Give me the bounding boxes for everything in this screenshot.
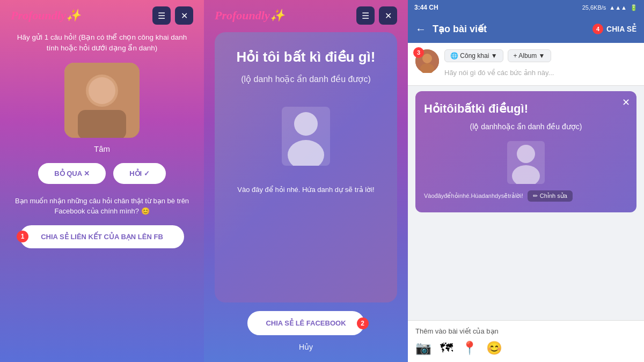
panel-2: Profoundly✨ ☰ ✕ Hỏi tôi bất kì điều gì! … [204,0,408,362]
share-badge-1: 1 [17,231,28,242]
edit-icon: ✏ [533,193,538,200]
fb-overlay-subtitle: (lộ danhhoặc ẩn danh đều được) [424,121,628,132]
svg-point-6 [294,112,318,136]
fb-user-avatar: 3 [415,49,439,73]
status-time: 3:44 CH [414,4,438,11]
skip-button[interactable]: BỎ QUA ✕ [38,163,106,184]
share-fb-button-panel1[interactable]: 1 CHIA SẺ LIÊN KẾT CỦA BẠN LÊN FB [20,225,184,248]
panel2-card: Hỏi tôi bất kì điều gì! (lộ danh hoặc ẩn… [215,32,397,302]
panel2-logo: Profoundly✨ [215,9,284,23]
fb-audience-public-btn[interactable]: 🌐 Công khai ▼ [444,49,503,62]
share-label-panel2: CHIA SẺ LÊ FACEBOOK [266,319,346,327]
fb-overlay-footer-text: Vàođâyđểhỏinhé.Húadanhdysẽtrảlời! [424,193,523,200]
status-right: 25,6KB/s ▲▲▲ 🔋 [582,4,638,11]
panel2-close-button[interactable]: ✕ [379,6,397,25]
fb-back-button[interactable]: ← [415,23,426,35]
logo-text: Profoundly [11,9,66,22]
fb-post-icons-row: 📷 🗺 📍 😊 [415,341,636,356]
fb-person-icon-container [424,141,628,184]
user-avatar [64,63,140,138]
share-fb-button-panel2[interactable]: CHIA SẺ LÊ FACEBOOK 2 [247,311,364,335]
panel2-big-title: Hỏi tôi bất kì điều gì! [237,48,376,67]
fb-emoji-icon[interactable]: 😊 [486,341,502,356]
fb-post-area: 3 🌐 Công khai ▼ + Album ▼ Hãy nói gì đó … [408,43,644,86]
fb-share-button[interactable]: 4 CHIA SẺ [592,24,636,34]
battery-icon: 🔋 [630,4,638,11]
share-label-panel1: CHIA SẺ LIÊN KẾT CỦA BẠN LÊN FB [41,233,163,241]
fb-edit-label: Chỉnh sửa [540,193,567,200]
svg-point-12 [517,145,535,163]
panel-3-facebook: 3:44 CH 25,6KB/s ▲▲▲ 🔋 ← Tạo bài viết 4 … [408,0,644,362]
panel2-header: Profoundly✨ ☰ ✕ [215,6,397,25]
audience-badge-3: 3 [413,47,424,58]
share-badge-2: 2 [357,317,369,329]
close-button[interactable]: ✕ [175,6,193,25]
menu-button[interactable]: ☰ [152,6,171,25]
fb-audience-row: 🌐 Công khai ▼ + Album ▼ [444,49,636,62]
fb-silhouette-icon [507,141,545,184]
action-buttons-row: BỎ QUA ✕ HỎI ✓ [38,163,166,184]
panel1-header: Profoundly✨ ☰ ✕ [11,6,193,25]
fb-status-bar: 3:44 CH 25,6KB/s ▲▲▲ 🔋 [408,0,644,15]
fb-add-to-post: Thêm vào bài viết của bạn 📷 🗺 📍 😊 [408,320,644,362]
fb-post-placeholder[interactable]: Hãy nói gì đó về các bức ảnh này... [444,67,636,79]
panel2-header-icons: ☰ ✕ [356,6,397,25]
status-signal: 25,6KB/s [582,4,606,11]
wifi-icon: ▲▲▲ [609,4,627,11]
panel2-subtitle: (lộ danh hoặc ẩn danh đều được) [241,73,370,86]
ask-button[interactable]: HỎI ✓ [113,163,166,184]
cancel-button[interactable]: Hủy [299,343,313,351]
panel1-logo: Profoundly✨ [11,9,80,23]
panel2-footer-text: Vào đây để hỏi nhé. Hứa danh dự sẽ trả l… [237,184,374,195]
fb-add-label: Thêm vào bài viết của bạn [415,327,636,335]
fb-overlay-card: ✕ Hỏitôibấtkì điềugì! (lộ danhhoặc ẩn da… [415,91,636,212]
user-name-label: Tâm [94,144,110,153]
fb-camera-icon[interactable]: 📷 [415,341,431,356]
panel-1: Profoundly✨ ☰ ✕ Hãy gửi 1 câu hỏi! (Bạn … [0,0,204,362]
panel2-menu-button[interactable]: ☰ [356,6,375,25]
fb-share-label: CHIA SẺ [606,25,636,33]
svg-rect-3 [78,110,126,138]
fb-overlay-footer: Vàođâyđểhỏinhé.Húadanhdysẽtrảlời! ✏ Chỉn… [424,190,628,202]
panel2-logo-text: Profoundly [215,9,270,22]
person-silhouette-icon [282,107,330,166]
fb-toolbar: ← Tạo bài viết 4 CHIA SẺ [408,15,644,43]
panel2-logo-sparkle: ✨ [270,9,284,22]
fb-share-badge: 4 [592,24,603,34]
fb-edit-button[interactable]: ✏ Chỉnh sửa [528,190,573,202]
panel1-header-icons: ☰ ✕ [152,6,193,25]
logo-sparkle: ✨ [66,9,80,22]
svg-point-9 [422,54,432,63]
fb-page-title: Tạo bài viết [433,23,586,35]
fb-overlay-close-button[interactable]: ✕ [622,97,630,108]
panel2-avatar [274,99,338,174]
avatar-image [64,63,140,138]
fb-overlay-title: Hỏitôibấtkì điềugì! [424,102,628,116]
fb-map-icon[interactable]: 🗺 [440,341,453,356]
fb-album-btn[interactable]: + Album ▼ [508,49,551,62]
panel1-intro-text: Hãy gửi 1 câu hỏi! (Bạn có thể chọn công… [11,32,193,54]
fb-location-icon[interactable]: 📍 [462,341,478,356]
svg-point-4 [89,77,115,104]
fb-post-right: 🌐 Công khai ▼ + Album ▼ Hãy nói gì đó về… [444,49,636,79]
panel1-bottom-text: Bạn muốn nhận những câu hỏi chân thật từ… [11,196,193,217]
